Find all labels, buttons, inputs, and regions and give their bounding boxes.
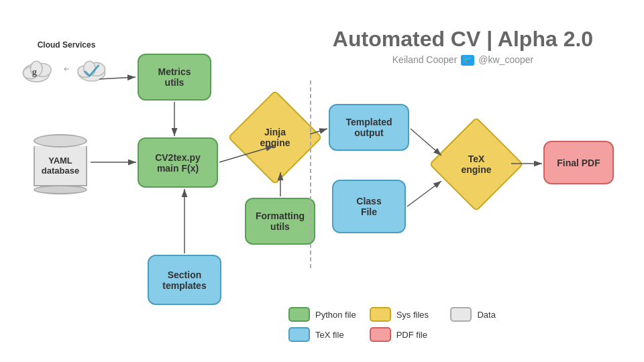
legend-pdf-label: PDF file [396, 330, 427, 340]
main-title: Automated CV | Alpha 2.0 [295, 27, 631, 52]
legend-sys-box [370, 307, 391, 322]
section-templates-node: Section templates [148, 255, 221, 305]
legend-python-file: Python file [288, 307, 356, 322]
jinja-engine-label: Jinjaengine [260, 127, 290, 148]
jinja-engine-node: Jinjaengine [241, 104, 309, 171]
google-cloud-icon: g [20, 52, 61, 86]
subtitle: Keiland Cooper @kw_cooper [295, 54, 631, 65]
class-file-node: ClassFile [332, 180, 406, 233]
cloud-services-group: Cloud Services g [20, 40, 113, 86]
cv2tex-label: CV2tex.pymain F(x) [155, 152, 201, 174]
formatting-utils-node: Formattingutils [245, 198, 315, 245]
metrics-utils-label: Metricsutils [158, 66, 191, 88]
subtitle-author: Keiland Cooper [392, 54, 458, 65]
final-pdf-label: Final PDF [557, 158, 600, 168]
legend-pdf-file: PDF file [370, 327, 437, 342]
cylinder-top [34, 134, 87, 147]
class-file-label: ClassFile [356, 196, 381, 217]
formatting-utils-label: Formattingutils [256, 210, 305, 232]
templated-output-node: Templatedoutput [329, 104, 409, 151]
yaml-db-label: YAMLdatabase [42, 156, 79, 176]
templated-output-label: Templatedoutput [346, 117, 392, 138]
legend-python-box [288, 307, 310, 322]
legend: Python file Sys files Data TeX file PDF … [288, 307, 518, 342]
tex-engine-label: TeXengine [461, 154, 491, 175]
cv2tex-node: CV2tex.pymain F(x) [138, 137, 218, 188]
legend-sys-label: Sys files [396, 310, 429, 320]
separator-line [310, 80, 311, 268]
cloud-arrow-icon [64, 62, 70, 76]
legend-pdf-box [370, 327, 391, 342]
yaml-database-node: YAMLdatabase [34, 134, 87, 194]
legend-data: Data [450, 307, 518, 322]
final-pdf-node: Final PDF [543, 141, 614, 184]
legend-tex-label: TeX file [315, 330, 344, 340]
legend-tex-file: TeX file [288, 327, 356, 342]
svg-line-19 [407, 181, 441, 206]
svg-line-18 [411, 129, 441, 156]
legend-data-box [450, 307, 472, 322]
legend-sys-files: Sys files [370, 307, 437, 322]
cloud-icons: g [20, 52, 113, 86]
cylinder-body: YAMLdatabase [34, 146, 87, 186]
legend-tex-box [288, 327, 310, 342]
cloud-services-label: Cloud Services [20, 40, 113, 50]
section-templates-label: Section templates [149, 269, 220, 291]
metrics-utils-node: Metricsutils [138, 54, 211, 101]
twitter-icon [461, 55, 474, 66]
legend-data-label: Data [477, 310, 495, 320]
cylinder-bottom [34, 185, 87, 194]
svg-text:g: g [32, 66, 38, 77]
title-area: Automated CV | Alpha 2.0 Keiland Cooper … [295, 27, 631, 65]
tex-engine-node: TeXengine [443, 131, 510, 198]
subtitle-handle: @kw_cooper [478, 54, 533, 65]
svg-point-9 [84, 61, 96, 76]
diagram: Automated CV | Alpha 2.0 Keiland Cooper … [0, 0, 644, 362]
legend-python-label: Python file [315, 310, 356, 320]
trello-cloud-icon [72, 52, 113, 86]
